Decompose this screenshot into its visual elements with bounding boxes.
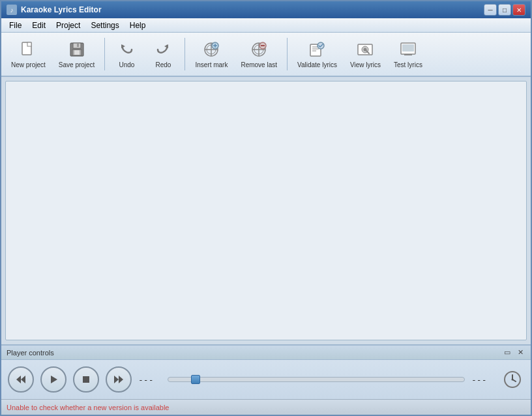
time-start: ---	[138, 375, 161, 385]
save-project-label: Save project	[59, 61, 95, 68]
player-close-button[interactable]: ✕	[515, 348, 525, 358]
fast-forward-icon	[113, 374, 125, 385]
menu-settings[interactable]: Settings	[85, 20, 124, 31]
svg-point-44	[512, 379, 514, 381]
rewind-icon	[15, 374, 27, 385]
svg-rect-5	[74, 50, 80, 55]
main-window: ♪ Karaoke Lyrics Editor ─ □ ✕ File Edit …	[0, 0, 532, 416]
redo-label: Redo	[155, 61, 171, 68]
rewind-button[interactable]	[8, 366, 34, 393]
title-bar-left: ♪ Karaoke Lyrics Editor	[7, 5, 102, 15]
redo-icon	[154, 40, 172, 59]
player-header: Player controls ▭ ✕	[1, 346, 531, 360]
status-bar: Unable to check whether a new version is…	[1, 399, 531, 415]
insert-mark-button[interactable]: Insert mark	[189, 35, 233, 73]
insert-mark-icon	[202, 40, 220, 59]
new-project-label: New project	[11, 61, 46, 68]
status-message: Unable to check whether a new version is…	[7, 404, 169, 411]
menu-project[interactable]: Project	[51, 20, 85, 31]
maximize-button[interactable]: □	[498, 4, 511, 16]
menu-edit[interactable]: Edit	[27, 20, 51, 31]
player-controls-row: --- ---	[1, 360, 531, 399]
save-project-icon	[68, 40, 86, 59]
undo-label: Undo	[119, 61, 134, 68]
menu-bar: File Edit Project Settings Help	[1, 18, 531, 33]
separator-3	[287, 38, 288, 70]
svg-marker-40	[119, 376, 123, 383]
new-project-icon	[19, 40, 37, 59]
play-button[interactable]	[40, 366, 66, 393]
menu-file[interactable]: File	[4, 20, 27, 31]
separator-2	[185, 38, 185, 70]
player-header-controls: ▭ ✕	[502, 348, 525, 358]
validate-lyrics-button[interactable]: Validate lyrics	[291, 35, 343, 73]
fast-forward-button[interactable]	[106, 366, 132, 393]
progress-thumb[interactable]	[191, 375, 200, 384]
view-lyrics-label: View lyrics	[350, 61, 381, 68]
svg-marker-36	[21, 376, 25, 383]
title-bar: ♪ Karaoke Lyrics Editor ─ □ ✕	[1, 1, 531, 18]
menu-help[interactable]: Help	[125, 20, 151, 31]
player-section: Player controls ▭ ✕	[1, 344, 531, 399]
clock-button[interactable]	[501, 368, 524, 391]
separator-1	[104, 38, 105, 70]
save-project-button[interactable]: Save project	[53, 35, 101, 73]
play-icon	[48, 374, 59, 385]
remove-last-label: Remove last	[241, 61, 277, 68]
test-lyrics-icon	[399, 40, 417, 59]
test-lyrics-button[interactable]: Test lyrics	[388, 35, 428, 73]
svg-marker-35	[16, 376, 21, 383]
validate-lyrics-icon	[308, 40, 326, 59]
stop-icon	[80, 374, 92, 385]
remove-last-button[interactable]: Remove last	[235, 35, 283, 73]
stop-button[interactable]	[73, 366, 99, 393]
undo-button[interactable]: Undo	[109, 35, 144, 73]
svg-marker-39	[114, 376, 119, 383]
remove-last-icon	[250, 40, 268, 59]
close-button[interactable]: ✕	[512, 4, 525, 16]
app-icon: ♪	[7, 5, 17, 15]
clock-icon	[503, 370, 522, 389]
test-lyrics-label: Test lyrics	[394, 61, 422, 68]
player-restore-button[interactable]: ▭	[502, 348, 512, 358]
toolbar: New project Save project Undo	[1, 33, 531, 77]
new-project-button[interactable]: New project	[5, 35, 52, 73]
svg-rect-38	[83, 376, 89, 383]
insert-mark-label: Insert mark	[195, 61, 228, 68]
time-end: ---	[471, 375, 494, 385]
player-header-label: Player controls	[7, 349, 54, 357]
svg-marker-37	[51, 376, 57, 383]
redo-button[interactable]: Redo	[145, 35, 181, 73]
title-bar-controls: ─ □ ✕	[484, 4, 525, 16]
view-lyrics-icon	[356, 40, 374, 59]
svg-rect-6	[77, 44, 79, 47]
window-title: Karaoke Lyrics Editor	[21, 5, 102, 14]
validate-lyrics-label: Validate lyrics	[297, 61, 337, 68]
main-content	[1, 77, 531, 344]
minimize-button[interactable]: ─	[484, 4, 497, 16]
editor-area[interactable]	[5, 81, 527, 340]
svg-rect-1	[27, 42, 31, 46]
svg-rect-32	[402, 44, 414, 52]
progress-bar[interactable]	[168, 377, 465, 382]
view-lyrics-button[interactable]: View lyrics	[344, 35, 387, 73]
undo-icon	[117, 40, 136, 59]
